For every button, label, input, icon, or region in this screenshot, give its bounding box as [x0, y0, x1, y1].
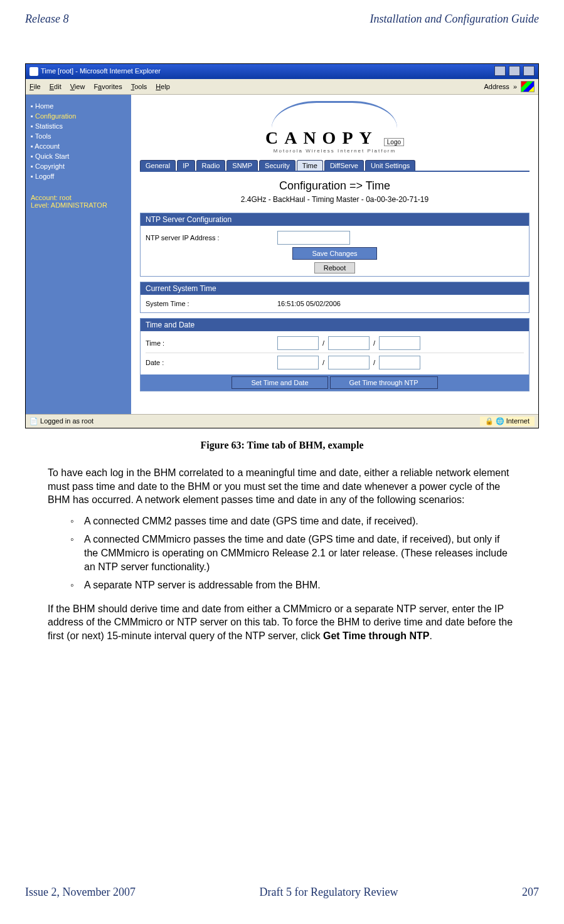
window-title: Time [root] - Microsoft Internet Explore…	[41, 67, 161, 75]
panel-ntp-header: NTP Server Configuration	[141, 213, 529, 226]
footer-center: Draft 5 for Regulatory Review	[260, 886, 398, 899]
tab-security[interactable]: Security	[259, 160, 295, 171]
minimize-icon[interactable]	[494, 66, 506, 76]
sidebar-item-account[interactable]: Account	[31, 141, 126, 151]
logo-wordmark: CANOPY	[265, 128, 378, 147]
sidebar-item-copyright[interactable]: Copyright	[31, 161, 126, 171]
sidebar-item-statistics[interactable]: Statistics	[31, 121, 126, 131]
sidebar-item-tools[interactable]: Tools	[31, 131, 126, 141]
tab-general[interactable]: General	[140, 160, 176, 171]
bullet-3: A separate NTP server is addressable fro…	[70, 578, 516, 592]
footer-right: 207	[522, 886, 539, 899]
date-label: Date :	[146, 359, 277, 366]
system-time-value: 16:51:05 05/02/2006	[277, 300, 341, 307]
logo-tagline: Motorola Wireless Internet Platform	[274, 148, 396, 154]
header-right: Installation and Configuration Guide	[370, 13, 539, 26]
zone-label: Internet	[506, 417, 529, 425]
save-changes-button[interactable]: Save Changes	[292, 247, 376, 260]
set-time-date-button[interactable]: Set Time and Date	[231, 376, 327, 389]
tab-unitsettings[interactable]: Unit Settings	[365, 160, 415, 171]
reboot-button[interactable]: Reboot	[314, 262, 355, 273]
lock-icon: 🔒	[485, 417, 494, 425]
figure-screenshot: Time [root] - Microsoft Internet Explore…	[25, 63, 539, 428]
date-m-input[interactable]	[277, 356, 319, 369]
tab-time[interactable]: Time	[297, 160, 323, 171]
window-titlebar: Time [root] - Microsoft Internet Explore…	[26, 64, 538, 79]
menu-edit[interactable]: Edit	[50, 83, 61, 90]
sidebar-item-logoff[interactable]: Logoff	[31, 171, 126, 181]
panel-current-time: Current System Time System Time : 16:51:…	[140, 282, 529, 313]
page-footer: Issue 2, November 2007 Draft 5 for Regul…	[25, 886, 539, 899]
menu-help[interactable]: Help	[156, 83, 170, 90]
logo-placeholder: Logo	[384, 138, 404, 146]
window-buttons	[493, 66, 535, 77]
panel-timedate-header: Time and Date	[141, 319, 529, 331]
bullet-1: A connected CMM2 passes time and date (G…	[70, 514, 516, 528]
status-bar: 📄 Logged in as root 🔒 🌐 Internet	[26, 414, 538, 428]
tab-diffserve[interactable]: DiffServe	[324, 160, 364, 171]
page-header: Release 8 Installation and Configuration…	[25, 13, 539, 26]
address-label: Address	[484, 83, 509, 90]
sidebar-item-configuration[interactable]: Configuration	[31, 111, 126, 121]
maximize-icon[interactable]	[509, 66, 520, 76]
footer-left: Issue 2, November 2007	[25, 886, 136, 899]
header-left: Release 8	[25, 13, 68, 26]
menu-favorites[interactable]: Favorites	[93, 83, 122, 90]
bullet-2: A connected CMMmicro passes the time and…	[70, 533, 516, 573]
time-label: Time :	[146, 339, 277, 347]
date-d-input[interactable]	[328, 356, 370, 369]
page-title: Configuration => Time	[279, 179, 390, 193]
ntp-ip-input[interactable]	[277, 231, 350, 245]
panel-ntp: NTP Server Configuration NTP server IP A…	[140, 213, 529, 277]
time-h-input[interactable]	[277, 336, 319, 350]
time-s-input[interactable]	[379, 336, 420, 350]
get-time-ntp-button[interactable]: Get Time through NTP	[330, 376, 438, 389]
account-line1: Account: root	[31, 194, 126, 201]
figure-caption: Figure 63: Time tab of BHM, example	[25, 440, 539, 451]
sidebar-item-quickstart[interactable]: Quick Start	[31, 151, 126, 161]
app-icon	[29, 67, 38, 76]
paragraph-1: To have each log in the BHM correlated t…	[48, 466, 516, 507]
date-y-input[interactable]	[379, 356, 420, 369]
menu-view[interactable]: View	[70, 83, 85, 90]
body-text: To have each log in the BHM correlated t…	[48, 466, 516, 651]
sidebar-item-home[interactable]: Home	[31, 101, 126, 111]
status-text: Logged in as root	[40, 417, 93, 425]
tab-ip[interactable]: IP	[177, 160, 194, 171]
paragraph-2: If the BHM should derive time and date f…	[48, 602, 516, 643]
logo-arc-icon	[272, 101, 397, 128]
time-m-input[interactable]	[328, 336, 370, 350]
tab-bar: General IP Radio SNMP Security Time Diff…	[131, 160, 538, 172]
menu-tools[interactable]: Tools	[131, 83, 147, 90]
toolbar-overflow-icon[interactable]: »	[513, 83, 517, 90]
menu-bar: File Edit View Favorites Tools Help Addr…	[26, 79, 538, 95]
system-time-label: System Time :	[146, 300, 277, 307]
menu-file[interactable]: File	[29, 83, 41, 90]
sidebar: Home Configuration Statistics Tools Acco…	[26, 95, 131, 414]
panel-time-date: Time and Date Time : / / Date : / /	[140, 318, 529, 391]
globe-icon: 🌐	[496, 417, 504, 425]
page-subtitle: 2.4GHz - BackHaul - Timing Master - 0a-0…	[241, 195, 428, 204]
tab-snmp[interactable]: SNMP	[226, 160, 258, 171]
tab-radio[interactable]: Radio	[196, 160, 226, 171]
windows-flag-icon	[521, 81, 535, 92]
ntp-ip-label: NTP server IP Address :	[146, 234, 277, 242]
account-line2: Level: ADMINISTRATOR	[31, 201, 126, 209]
panel-current-header: Current System Time	[141, 282, 529, 295]
logo-block: CANOPY Logo Motorola Wireless Internet P…	[265, 101, 404, 154]
close-icon[interactable]	[523, 66, 535, 76]
